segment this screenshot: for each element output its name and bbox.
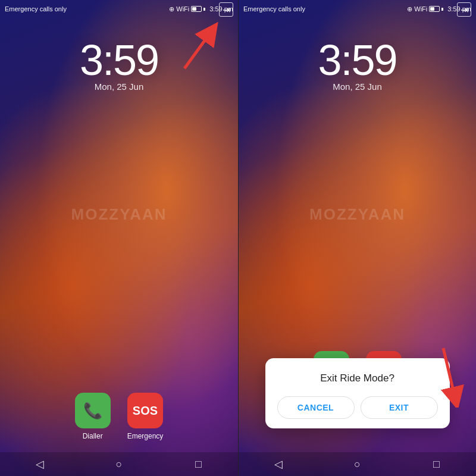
red-arrow-right [408,342,467,408]
dialler-icon[interactable]: 📞 [75,393,111,428]
battery-tip-left [203,8,205,11]
left-phone-screen: Emergency calls only ⊕ WiFi 3:59 pm ⇥ 3:… [0,0,238,476]
app-icons-left: 📞 Dialler SOS Emergency [0,393,238,440]
recents-button-left[interactable]: □ [186,455,210,473]
dialog-overlay: Exit Ride Mode? CANCEL EXIT [239,0,476,476]
clock-date-left: Mon, 25 Jun [95,82,144,92]
right-phone-screen: Emergency calls only ⊕ WiFi 3:59 pm ⇥ 3:… [238,0,476,476]
sos-text: SOS [133,404,158,418]
home-button-left[interactable]: ○ [107,455,131,473]
back-button-left[interactable]: ◁ [28,455,52,473]
dialler-label: Dialler [83,432,103,440]
emergency-icon-wrap[interactable]: SOS Emergency [127,393,164,440]
exit-icon-symbol: ⇥ [223,4,230,15]
phone-icon: 📞 [83,402,102,420]
location-icon: ⊕ [169,5,174,13]
middle-spacer-left [0,92,238,393]
wifi-icon: WiFi [176,5,189,12]
exit-ride-mode-icon-left[interactable]: ⇥ [219,2,233,17]
emergency-calls-left: Emergency calls only [5,5,67,12]
nav-bar-left: ◁ ○ □ [0,452,238,476]
sos-icon[interactable]: SOS [127,393,163,428]
cancel-button[interactable]: CANCEL [277,396,355,419]
dialler-icon-wrap[interactable]: 📞 Dialler [75,393,111,440]
clock-time-left: 3:59 [80,36,158,84]
clock-area-left: 3:59 Mon, 25 Jun [0,36,238,92]
battery-icon-left [191,6,202,12]
emergency-label: Emergency [127,432,164,440]
svg-line-3 [443,348,455,399]
status-bar-left: Emergency calls only ⊕ WiFi 3:59 pm [0,0,238,18]
